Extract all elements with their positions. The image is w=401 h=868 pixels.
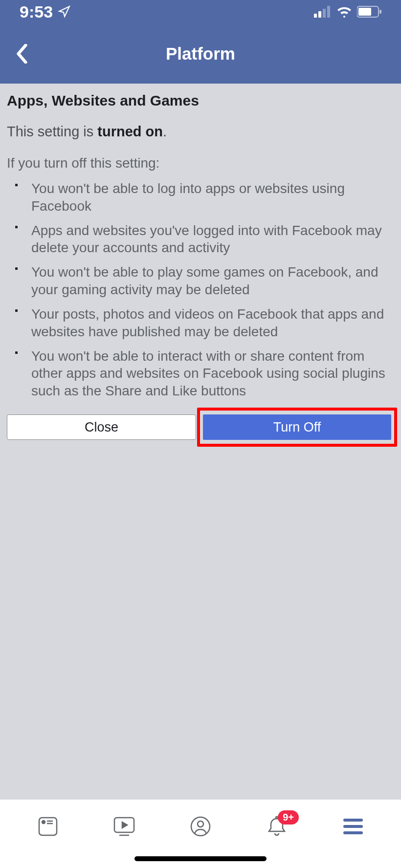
page-title: Platform — [166, 44, 235, 64]
svg-rect-16 — [343, 819, 363, 822]
list-item: Your posts, photos and videos on Faceboo… — [15, 305, 394, 341]
status-bar: 9:53 — [0, 0, 401, 23]
list-item: You won't be able to interact with or sh… — [15, 347, 394, 400]
nav-feed[interactable] — [36, 814, 60, 839]
watch-icon — [112, 816, 136, 837]
svg-rect-0 — [314, 14, 317, 18]
nav-profile[interactable] — [188, 814, 213, 839]
setting-status: This setting is turned on. — [7, 124, 394, 140]
svg-rect-18 — [343, 831, 363, 834]
notification-badge: 9+ — [278, 810, 299, 825]
status-suffix: . — [163, 124, 167, 139]
battery-icon — [357, 6, 381, 18]
consequences-list: You won't be able to log into apps or we… — [7, 180, 394, 400]
turn-off-button[interactable]: Turn Off — [203, 414, 391, 440]
content-area: Apps, Websites and Games This setting is… — [0, 84, 401, 449]
svg-rect-5 — [358, 8, 371, 16]
list-item: You won't be able to log into apps or we… — [15, 180, 394, 215]
wifi-icon — [336, 6, 352, 18]
location-icon — [58, 5, 70, 18]
section-title: Apps, Websites and Games — [7, 92, 394, 109]
button-row: Close Turn Off — [7, 414, 394, 440]
turn-off-highlight: Turn Off — [197, 408, 397, 447]
svg-rect-7 — [39, 818, 57, 835]
svg-rect-6 — [379, 10, 381, 14]
svg-rect-1 — [318, 11, 321, 18]
chevron-left-icon — [15, 44, 29, 64]
svg-rect-17 — [343, 825, 363, 828]
status-time: 9:53 — [20, 2, 70, 22]
list-item: You won't be able to play some games on … — [15, 263, 394, 299]
cellular-icon — [314, 6, 332, 18]
svg-rect-3 — [327, 6, 330, 18]
feed-icon — [37, 816, 59, 837]
status-prefix: This setting is — [7, 124, 97, 139]
intro-text: If you turn off this setting: — [7, 155, 394, 171]
home-indicator[interactable] — [134, 856, 267, 861]
back-button[interactable] — [12, 44, 32, 64]
status-value: turned on — [97, 124, 163, 139]
nav-watch[interactable] — [112, 814, 136, 839]
svg-point-8 — [42, 821, 45, 824]
svg-point-14 — [198, 821, 203, 827]
close-button[interactable]: Close — [7, 414, 196, 440]
nav-menu[interactable] — [341, 814, 365, 839]
svg-rect-2 — [323, 9, 326, 18]
nav-notifications[interactable]: 9+ — [265, 814, 289, 839]
status-icons — [314, 6, 381, 18]
list-item: Apps and websites you've logged into wit… — [15, 222, 394, 257]
profile-icon — [190, 816, 211, 837]
nav-bar: Platform — [0, 23, 401, 84]
hamburger-icon — [342, 818, 364, 835]
time-label: 9:53 — [20, 2, 53, 22]
